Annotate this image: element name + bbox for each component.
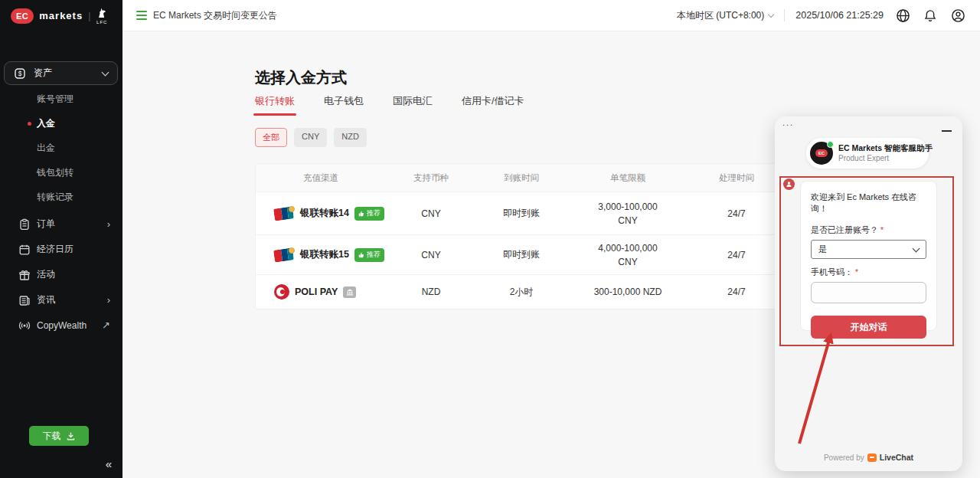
filter-all[interactable]: 全部 xyxy=(255,128,287,147)
agent-avatar: EC xyxy=(810,142,833,165)
channel-name: 银联转账14 xyxy=(300,207,349,220)
brand-markets-label: markets xyxy=(39,10,83,21)
table-row[interactable]: 银联转账15 推荐 CNY 即时到账 4,000-100,000CNY 24/7 xyxy=(256,234,786,274)
ec-logo-icon: EC xyxy=(11,8,34,24)
header-limit: 单笔限额 xyxy=(567,172,689,184)
livechat-widget: ... EC EC Markets 智能客服助手 Product Expert … xyxy=(775,116,962,471)
sidebar-item-copywealth[interactable]: CopyWealth ↗ xyxy=(0,313,122,338)
cell-limit: 300-10,000 NZD xyxy=(567,285,689,299)
download-button[interactable]: 下载 xyxy=(29,426,89,446)
header-processing-time: 处理时间 xyxy=(689,172,784,184)
chevron-down-icon xyxy=(768,11,774,17)
topbar-right: 本地时区 (UTC+8:00) 2025/10/06 21:25:29 xyxy=(677,7,966,24)
table-header-row: 充值渠道 支持币种 到账时间 单笔限额 处理时间 xyxy=(256,164,786,192)
cell-arrival: 即时到账 xyxy=(476,207,567,220)
header-currency: 支持币种 xyxy=(386,172,476,184)
tab-e-wallet[interactable]: 电子钱包 xyxy=(324,94,364,116)
chevron-right-icon: › xyxy=(107,218,110,230)
brand-logo[interactable]: EC markets | LFC xyxy=(11,7,108,25)
chevron-right-icon: › xyxy=(107,294,110,306)
sidebar-item-transfer-history[interactable]: 转账记录 xyxy=(0,185,122,209)
table-row[interactable]: 银联转账14 推荐 CNY 即时到账 3,000-100,000CNY 24/7 xyxy=(256,192,786,234)
divider xyxy=(784,9,785,21)
sidebar-item-wallet-transfer[interactable]: 钱包划转 xyxy=(0,160,122,185)
sidebar-item-economic-calendar[interactable]: 经济日历 xyxy=(0,237,122,262)
announcement-link[interactable]: EC Markets 交易时间变更公告 xyxy=(153,9,277,22)
external-link-icon: ↗ xyxy=(102,319,110,331)
channel-name: POLI PAY xyxy=(295,286,338,297)
gift-icon xyxy=(18,269,31,281)
sidebar-item-orders[interactable]: 订单 › xyxy=(0,211,122,237)
sidebar-item-account-management[interactable]: 账号管理 xyxy=(0,87,122,111)
thumbs-up-icon xyxy=(358,211,364,217)
lfc-liverbird-logo: LFC xyxy=(96,7,108,25)
sidebar: EC markets | LFC $ 资产 账号管理 入金 出金 钱包划转 转账… xyxy=(0,0,122,478)
sidebar-item-withdraw[interactable]: 出金 xyxy=(0,136,122,160)
chevron-down-icon xyxy=(913,244,920,252)
recommended-badge: 推荐 xyxy=(354,207,384,221)
chat-minimize-icon[interactable] xyxy=(942,130,952,132)
datetime-label: 2025/10/06 21:25:29 xyxy=(795,10,884,21)
tab-bank-transfer[interactable]: 银行转账 xyxy=(255,94,295,116)
phone-input[interactable] xyxy=(811,282,926,303)
assets-submenu: 账号管理 入金 出金 钱包划转 转账记录 xyxy=(0,87,122,209)
cell-hours: 24/7 xyxy=(689,208,784,219)
liverbird-icon xyxy=(96,7,108,19)
table-row[interactable]: POLI PAY NZD 2小时 300-10,000 NZD 24/7 xyxy=(256,274,786,309)
poli-pay-icon xyxy=(274,284,289,300)
currency-filter-chips: 全部 CNY NZD xyxy=(255,128,367,147)
chat-menu-icon[interactable]: ... xyxy=(782,118,794,127)
language-globe-icon[interactable] xyxy=(894,7,911,24)
cell-currency: CNY xyxy=(386,208,476,219)
account-profile-icon[interactable] xyxy=(949,7,966,24)
phone-label: 手机号码：* xyxy=(811,267,926,278)
sidebar-menu: 订单 › 经济日历 活动 xyxy=(0,211,122,338)
welcome-message: 欢迎来到 Ec Markets 在线咨询！ xyxy=(811,192,926,214)
registered-select[interactable]: 是 xyxy=(811,240,926,259)
tab-international-wire[interactable]: 国际电汇 xyxy=(393,94,433,116)
clipboard-icon xyxy=(18,218,31,231)
tab-credit-debit-card[interactable]: 信用卡/借记卡 xyxy=(462,94,524,116)
online-status-dot xyxy=(827,141,834,148)
topbar: EC Markets 交易时间变更公告 本地时区 (UTC+8:00) 2025… xyxy=(122,0,980,31)
sidebar-group-assets[interactable]: $ 资产 xyxy=(4,61,118,85)
cell-arrival: 2小时 xyxy=(476,286,567,299)
deposit-channels-table: 充值渠道 支持币种 到账时间 单笔限额 处理时间 银联转账14 推荐 CNY 即… xyxy=(255,163,787,309)
header-channel: 充值渠道 xyxy=(256,172,386,184)
cell-arrival: 即时到账 xyxy=(476,248,567,261)
agent-role: Product Expert xyxy=(838,153,933,163)
registered-question-label: 是否已注册账号？* xyxy=(811,224,926,236)
filter-nzd[interactable]: NZD xyxy=(334,128,367,147)
required-asterisk: * xyxy=(855,268,858,277)
deposit-method-tabs: 银行转账 电子钱包 国际电汇 信用卡/借记卡 xyxy=(255,94,524,116)
recommended-badge: 推荐 xyxy=(354,248,384,262)
notifications-bell-icon[interactable] xyxy=(922,7,939,24)
cell-currency: CNY xyxy=(386,250,476,260)
page-title: 选择入金方式 xyxy=(255,67,347,88)
timezone-selector[interactable]: 本地时区 (UTC+8:00) xyxy=(677,9,773,22)
powered-by-livechat[interactable]: Powered by LiveChat xyxy=(775,453,962,462)
cell-hours: 24/7 xyxy=(689,250,784,260)
wallet-dollar-icon: $ xyxy=(14,67,26,80)
cell-limit: 4,000-100,000CNY xyxy=(567,241,689,269)
announcement-list-icon[interactable] xyxy=(136,11,147,20)
chat-prechat-form: 欢迎来到 Ec Markets 在线咨询！ 是否已注册账号？* 是 手机号码：*… xyxy=(800,181,937,331)
channel-name: 银联转账15 xyxy=(300,248,349,261)
sidebar-item-promotions[interactable]: 活动 xyxy=(0,262,122,287)
agent-name: EC Markets 智能客服助手 xyxy=(838,143,933,154)
logo-divider: | xyxy=(88,11,90,21)
filter-cny[interactable]: CNY xyxy=(294,128,327,147)
cell-limit: 3,000-100,000CNY xyxy=(567,200,689,228)
sidebar-item-deposit[interactable]: 入金 xyxy=(0,111,122,136)
sidebar-item-news[interactable]: 资讯 › xyxy=(0,287,122,313)
active-dot-icon xyxy=(28,122,31,126)
sidebar-collapse-icon[interactable]: « xyxy=(106,457,112,470)
download-icon xyxy=(66,431,76,441)
chat-agent-card: EC EC Markets 智能客服助手 Product Expert xyxy=(806,138,929,169)
thumbs-up-icon xyxy=(358,252,364,258)
chevron-down-icon xyxy=(102,68,109,76)
sidebar-group-label: 资产 xyxy=(34,67,103,80)
start-chat-button[interactable]: 开始对话 xyxy=(811,316,926,339)
calendar-icon xyxy=(18,244,31,256)
svg-text:$: $ xyxy=(18,70,22,77)
